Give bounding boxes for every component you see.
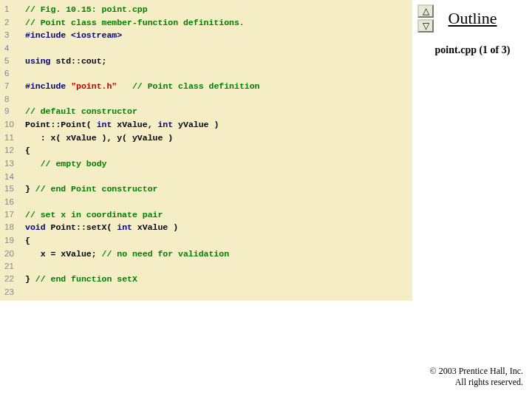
line-number: 7 bbox=[0, 80, 25, 92]
code-line: 3#include <iostream> bbox=[0, 29, 412, 42]
line-number: 16 bbox=[0, 196, 25, 208]
line-number: 9 bbox=[0, 105, 25, 117]
code-line: 16 bbox=[0, 196, 412, 208]
copyright: © 2003 Prentice Hall, Inc. All rights re… bbox=[430, 366, 523, 389]
line-number: 2 bbox=[0, 16, 25, 29]
code-line: 2// Point class member-function definiti… bbox=[0, 16, 412, 30]
code-text: } // end Point constructor bbox=[25, 183, 157, 196]
line-number: 13 bbox=[0, 157, 25, 170]
code-text: : x( xValue ), y( yValue ) bbox=[25, 132, 173, 145]
code-line: 12{ bbox=[0, 144, 412, 157]
code-line: 9// default constructor bbox=[0, 105, 412, 118]
line-number: 10 bbox=[0, 118, 25, 131]
outline-title: Outline bbox=[419, 9, 526, 28]
code-text: // Point class member-function definitio… bbox=[25, 17, 245, 30]
line-number: 5 bbox=[0, 55, 25, 67]
code-line: 17// set x in coordinate pair bbox=[0, 208, 412, 222]
line-number: 21 bbox=[0, 260, 25, 273]
code-line: 8 bbox=[0, 93, 412, 106]
line-number: 22 bbox=[0, 273, 25, 285]
code-line: 13 // empty body bbox=[0, 157, 412, 171]
code-line: 22} // end function setX bbox=[0, 273, 412, 286]
up-triangle-icon: △ bbox=[423, 7, 429, 16]
line-number: 6 bbox=[0, 67, 25, 80]
line-number: 12 bbox=[0, 144, 25, 157]
code-line: 6 bbox=[0, 67, 412, 80]
code-line: 15} // end Point constructor bbox=[0, 183, 412, 196]
code-text: #include "point.h" // Point class defini… bbox=[25, 81, 260, 93]
line-number: 4 bbox=[0, 42, 25, 55]
code-text: // set x in coordinate pair bbox=[25, 209, 163, 222]
code-line: 1// Fig. 10.15: point.cpp bbox=[0, 3, 412, 16]
code-text: // Fig. 10.15: point.cpp bbox=[25, 4, 148, 16]
line-number: 23 bbox=[0, 286, 25, 299]
line-number: 1 bbox=[0, 3, 25, 16]
nav-down-button[interactable]: ▽ bbox=[417, 19, 434, 33]
code-panel: 1// Fig. 10.15: point.cpp2// Point class… bbox=[0, 0, 412, 301]
code-line: 4 bbox=[0, 42, 412, 55]
copyright-line1: © 2003 Prentice Hall, Inc. bbox=[430, 366, 523, 378]
code-text: // default constructor bbox=[25, 106, 137, 118]
code-text: // empty body bbox=[25, 158, 106, 171]
code-line: 19{ bbox=[0, 234, 412, 248]
code-text: { bbox=[25, 235, 30, 248]
code-line: 23 bbox=[0, 286, 412, 299]
code-line: 11 : x( xValue ), y( yValue ) bbox=[0, 132, 412, 145]
line-number: 8 bbox=[0, 93, 25, 106]
line-number: 19 bbox=[0, 234, 25, 247]
line-number: 15 bbox=[0, 183, 25, 195]
code-text: Point::Point( int xValue, int yValue ) bbox=[25, 119, 219, 132]
line-number: 18 bbox=[0, 221, 25, 233]
nav-up-button[interactable]: △ bbox=[417, 4, 434, 18]
code-text: void Point::setX( int xValue ) bbox=[25, 222, 178, 234]
outline-area: △ ▽ Outline point.cpp (1 of 3) bbox=[419, 4, 526, 56]
code-text: using std::cout; bbox=[25, 55, 106, 68]
line-number: 11 bbox=[0, 132, 25, 144]
code-line: 7#include "point.h" // Point class defin… bbox=[0, 80, 412, 93]
code-line: 18void Point::setX( int xValue ) bbox=[0, 221, 412, 234]
code-line: 14 bbox=[0, 171, 412, 183]
code-line: 20 x = xValue; // no need for validation bbox=[0, 248, 412, 261]
line-number: 14 bbox=[0, 171, 25, 183]
down-triangle-icon: ▽ bbox=[423, 21, 429, 30]
line-number: 17 bbox=[0, 208, 25, 221]
code-line: 10Point::Point( int xValue, int yValue ) bbox=[0, 118, 412, 132]
code-line: 21 bbox=[0, 260, 412, 273]
code-line: 5using std::cout; bbox=[0, 55, 412, 68]
line-number: 3 bbox=[0, 29, 25, 41]
line-number: 20 bbox=[0, 248, 25, 260]
code-text: x = xValue; // no need for validation bbox=[25, 248, 229, 261]
code-text: #include <iostream> bbox=[25, 30, 122, 42]
copyright-line2: All rights reserved. bbox=[430, 377, 523, 389]
code-text: { bbox=[25, 145, 30, 157]
outline-subtitle: point.cpp (1 of 3) bbox=[419, 44, 526, 56]
code-text: } // end function setX bbox=[25, 273, 137, 286]
